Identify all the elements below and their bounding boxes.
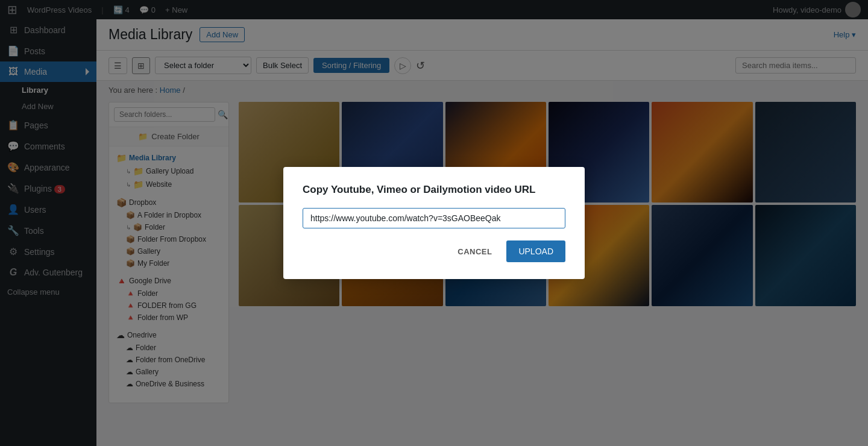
- video-url-input[interactable]: [303, 208, 565, 228]
- video-url-modal: Copy Youtube, Vimeo or Dailymotion video…: [283, 167, 585, 279]
- modal-overlay[interactable]: Copy Youtube, Vimeo or Dailymotion video…: [0, 0, 868, 446]
- cancel-button[interactable]: CANCEL: [450, 242, 499, 261]
- upload-button[interactable]: UPLOAD: [506, 240, 565, 262]
- modal-title: Copy Youtube, Vimeo or Dailymotion video…: [303, 184, 565, 196]
- modal-actions: CANCEL UPLOAD: [303, 240, 565, 262]
